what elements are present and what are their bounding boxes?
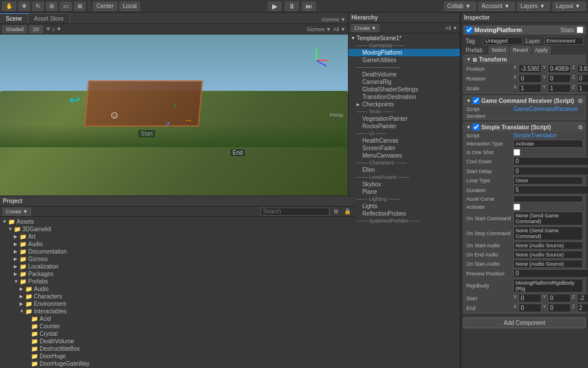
prefabs-item[interactable]: ▼ 📁 Prefabs xyxy=(0,278,355,285)
layers-btn[interactable]: Layers ▼ xyxy=(517,2,551,11)
door-huge-item[interactable]: ▶ 📁 DoorHuge xyxy=(0,352,355,360)
destructible-box-item[interactable]: ▶ 📁 DestructibleBox xyxy=(0,345,355,352)
project-view-toggle[interactable]: ⊞ xyxy=(332,208,340,214)
static-checkbox[interactable] xyxy=(577,26,583,33)
st-sy-input[interactable] xyxy=(548,294,571,302)
rotate-tool-btn[interactable]: ↻ xyxy=(32,2,44,11)
rect-tool-btn[interactable]: ▭ xyxy=(60,2,72,11)
st-ey-input[interactable] xyxy=(548,304,571,312)
rot-x-input[interactable] xyxy=(519,74,541,83)
layout-btn[interactable]: Layout ▼ xyxy=(552,2,586,11)
move-tool-btn[interactable]: ✥ xyxy=(18,2,30,11)
hierarchy-create-btn[interactable]: Create ▼ xyxy=(351,24,380,32)
gcr-active-checkbox[interactable] xyxy=(473,97,479,104)
prefabs-audio-item[interactable]: ▶ 📁 Audio xyxy=(0,285,355,293)
skybox-item[interactable]: Skybox xyxy=(349,181,460,188)
st-accel-curve[interactable] xyxy=(513,195,583,202)
st-duration-input[interactable] xyxy=(513,186,588,194)
st-onstopcmd-selector[interactable]: None (Send Game Command) xyxy=(513,227,583,240)
packages-item[interactable]: ▶ 📁 Packages xyxy=(0,270,355,278)
transition-dest-item[interactable]: TransitionDestination xyxy=(349,93,460,101)
account-btn[interactable]: Account ▼ xyxy=(478,2,515,11)
shaded-mode-btn[interactable]: Shaded xyxy=(2,25,27,33)
plane-item[interactable]: Plane xyxy=(349,188,460,195)
st-onstanaudio-selector[interactable]: None (Audio Source) xyxy=(513,260,583,268)
art-item[interactable]: ▶ 📁 Art xyxy=(0,233,355,240)
scene-canvas[interactable]: ↩ ☺ Start End → ↑ ↗ xyxy=(0,34,348,195)
scale-tool-btn[interactable]: ⊞ xyxy=(46,2,57,11)
pause-btn[interactable]: ⏸ xyxy=(285,2,299,11)
tag-selector[interactable]: Untagged xyxy=(483,37,523,45)
st-onendaudio-selector[interactable]: None (Audio Source) xyxy=(513,251,583,259)
transform-header[interactable]: ▼ ⊞ Transform xyxy=(464,55,585,64)
light-icon[interactable]: ☀ xyxy=(45,25,51,33)
project-search-input[interactable] xyxy=(261,208,330,216)
documentation-item[interactable]: ▶ 📁 Documentation xyxy=(0,248,355,255)
reflection-probes-item[interactable]: ReflectionProbes xyxy=(349,210,460,217)
3dgamekit-item[interactable]: ▼ 📁 3DGamekit xyxy=(0,225,355,233)
vegetation-item[interactable]: VegetationPainter xyxy=(349,115,460,122)
rot-z-input[interactable] xyxy=(577,74,588,83)
pos-z-input[interactable] xyxy=(577,64,588,73)
local-btn[interactable]: Local xyxy=(119,2,140,11)
health-canvas-item[interactable]: HealthCanvas xyxy=(349,137,460,144)
screen-fader-item[interactable]: ScreenFader xyxy=(349,144,460,152)
st-sx-input[interactable] xyxy=(519,294,541,302)
crystal-item[interactable]: ▶ 📁 Crystal xyxy=(0,330,355,338)
st-interaction-selector[interactable]: Activate xyxy=(513,140,583,148)
st-onstartaudio-selector[interactable]: None (Audio Source) xyxy=(513,241,583,250)
localization-item[interactable]: ▶ 📁 Localization xyxy=(0,263,355,270)
st-looptype-selector[interactable]: Once xyxy=(513,177,583,185)
sc-y-input[interactable] xyxy=(548,84,571,93)
death-vol-item[interactable]: ▶ 📁 DeathVolume xyxy=(0,338,355,345)
sc-z-input[interactable] xyxy=(577,84,588,93)
st-ez-input[interactable] xyxy=(577,304,588,312)
play-btn[interactable]: ▶ xyxy=(268,2,281,11)
collab-btn[interactable]: Collab ▼ xyxy=(444,2,476,11)
tab-asset-store[interactable]: Asset Store xyxy=(28,13,70,24)
sc-x-input[interactable] xyxy=(519,84,541,93)
scene-root[interactable]: ▼ TemplateScene1* xyxy=(349,34,460,42)
project-lock-btn[interactable]: 🔒 xyxy=(342,208,353,214)
st-oneshot-checkbox[interactable] xyxy=(513,149,520,156)
gizmos-control[interactable]: Gizmos ▼ xyxy=(319,16,348,24)
gcr-script-value[interactable]: GameCommandReceiver xyxy=(513,106,578,112)
project-create-btn[interactable]: Create ▼ xyxy=(2,208,31,216)
select-btn[interactable]: Select xyxy=(489,46,509,54)
transform-tool-btn[interactable]: ⊠ xyxy=(74,2,86,11)
st-rigidbody-selector[interactable]: MovingPlatformRigidbody (Rig xyxy=(513,279,583,293)
audio-root-item[interactable]: ▶ 📁 Audio xyxy=(0,240,355,248)
death-volume-item[interactable]: DeathVolume xyxy=(349,71,460,78)
game-utilities-item[interactable]: GameUtilities xyxy=(349,56,460,64)
st-active-checkbox[interactable] xyxy=(473,124,479,131)
st-sz-input[interactable] xyxy=(577,294,588,302)
step-btn[interactable]: ⏭ xyxy=(302,2,316,11)
counter-item[interactable]: ▶ 📁 Counter xyxy=(0,323,355,330)
acid-item[interactable]: ▶ 📁 Acid xyxy=(0,315,355,323)
tab-scene[interactable]: Scene xyxy=(0,13,28,24)
menu-canvases-item[interactable]: MenuCanvases xyxy=(349,152,460,159)
interactables-item[interactable]: ▼ 📁 Interactables xyxy=(0,308,355,315)
st-previewpos-input[interactable] xyxy=(513,269,588,278)
st-cooldown-input[interactable] xyxy=(513,157,588,166)
assets-root[interactable]: ▼ 📁 Assets xyxy=(0,218,355,225)
gizmos-label[interactable]: Gizmos ▼ xyxy=(307,26,331,32)
pos-x-input[interactable] xyxy=(519,64,541,73)
st-onstartcmd-selector[interactable]: None (Send Game Command) xyxy=(513,212,583,225)
object-active-checkbox[interactable] xyxy=(466,26,473,33)
st-ex-input[interactable] xyxy=(519,304,541,312)
st-startdelay-input[interactable] xyxy=(513,167,588,175)
st-gear-icon[interactable]: ⚙ xyxy=(578,124,583,131)
moving-platform-item[interactable]: MovingPlatform xyxy=(349,49,460,56)
st-activate-checkbox[interactable] xyxy=(513,204,520,210)
checkpoints-item[interactable]: ▶ Checkpoints xyxy=(349,101,460,108)
lights-item[interactable]: Lights xyxy=(349,202,460,210)
ellen-item[interactable]: Ellen xyxy=(349,166,460,174)
st-header[interactable]: ▼ Simple Translator (Script) ⚙ xyxy=(464,122,585,132)
global-shader-item[interactable]: GlobalShaderSettings xyxy=(349,86,460,93)
revert-btn[interactable]: Revert xyxy=(510,46,531,54)
center-btn[interactable]: Center xyxy=(93,2,117,11)
prefabs-characters-item[interactable]: ▶ 📁 Characters xyxy=(0,293,355,300)
add-component-btn[interactable]: Add Component xyxy=(463,317,586,328)
prefabs-env-item[interactable]: ▶ 📁 Environment xyxy=(0,300,355,308)
